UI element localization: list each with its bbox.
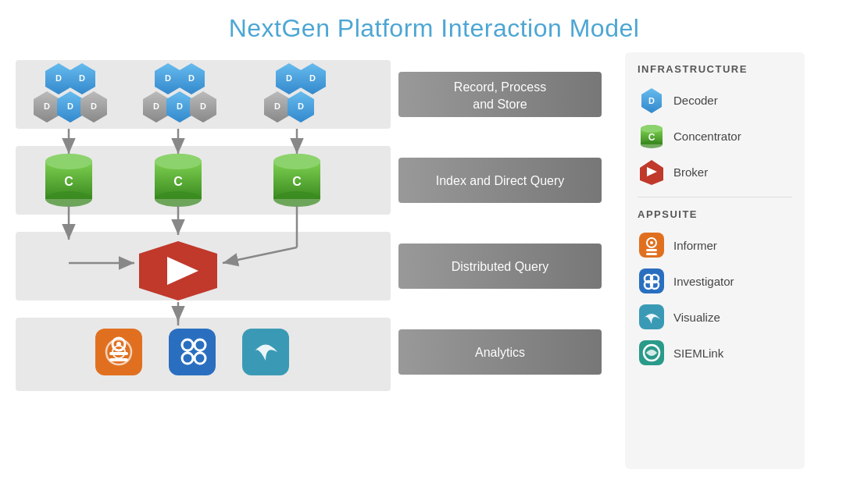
svg-point-59 [650, 241, 653, 244]
concentrator-2: C [155, 154, 202, 207]
investigator-icon [169, 329, 216, 375]
legend-divider [638, 197, 792, 197]
infrastructure-title: INFRASTRUCTURE [638, 63, 792, 75]
legend-investigator-icon [638, 267, 666, 295]
svg-text:D: D [55, 73, 62, 83]
svg-text:C: C [648, 132, 655, 143]
row2-label: Index and Direct Query [436, 174, 565, 187]
row4-label: Analytics [475, 346, 525, 359]
legend-item-investigator: Investigator [638, 267, 792, 295]
concentrator-1: C [45, 154, 92, 207]
svg-text:D: D [188, 73, 195, 83]
legend-visualize-icon [638, 303, 666, 331]
legend-informer-label: Informer [673, 239, 717, 252]
informer-icon [95, 329, 142, 375]
legend-item-decoder: D Decoder [638, 86, 792, 114]
legend-item-broker: Broker [638, 158, 792, 186]
svg-text:D: D [79, 73, 85, 83]
legend-siemlink-label: SIEMLink [673, 347, 723, 360]
legend-item-visualize: Visualize [638, 303, 792, 331]
svg-text:C: C [173, 175, 183, 188]
legend-concentrator-label: Concentrator [673, 130, 741, 143]
legend-item-informer: Informer [638, 231, 792, 259]
legend-broker-icon [638, 158, 666, 186]
legend-concentrator-icon: C [638, 122, 666, 150]
legend-investigator-label: Investigator [673, 275, 734, 288]
diagram-area: Record, Process and Store Index and Dire… [16, 52, 609, 469]
svg-rect-60 [646, 249, 657, 251]
row3-label: Distributed Query [452, 260, 549, 273]
row1-label2: and Store [473, 98, 527, 111]
svg-text:C: C [292, 175, 302, 188]
legend-siemlink-icon [638, 339, 666, 367]
svg-text:D: D [200, 101, 206, 111]
row1-label: Record, Process [454, 80, 546, 94]
svg-text:D: D [648, 96, 655, 105]
legend-decoder-icon: D [638, 86, 666, 114]
svg-text:D: D [165, 73, 171, 83]
broker-icon: B [139, 241, 217, 300]
diagram-svg: Record, Process and Store Index and Dire… [16, 52, 609, 466]
visualize-icon [242, 329, 289, 375]
page-title: NextGen Platform Interaction Model [229, 14, 640, 43]
svg-rect-37 [169, 329, 216, 375]
svg-text:D: D [309, 73, 316, 83]
legend-visualize-label: Visualize [673, 311, 720, 324]
legend-item-siemlink: SIEMLink [638, 339, 792, 367]
svg-point-27 [273, 154, 320, 169]
svg-text:B: B [174, 268, 181, 279]
legend-item-concentrator: C Concentrator [638, 122, 792, 150]
svg-text:D: D [298, 101, 304, 111]
svg-text:D: D [91, 101, 97, 111]
svg-text:D: D [177, 101, 183, 111]
concentrator-3: C [273, 154, 320, 207]
svg-point-21 [155, 191, 202, 207]
legend-informer-icon [638, 231, 666, 259]
svg-text:D: D [286, 73, 292, 83]
svg-text:C: C [64, 175, 73, 188]
svg-point-22 [155, 154, 202, 169]
main-content: Record, Process and Store Index and Dire… [0, 52, 868, 469]
svg-text:D: D [274, 101, 280, 111]
svg-text:D: D [67, 101, 73, 111]
legend-decoder-label: Decoder [673, 94, 718, 107]
svg-point-16 [45, 191, 92, 207]
svg-point-26 [273, 191, 320, 207]
svg-point-17 [45, 154, 92, 169]
svg-text:D: D [153, 101, 159, 111]
svg-rect-61 [646, 253, 657, 255]
legend-panel: INFRASTRUCTURE D Decoder [625, 52, 805, 469]
appsuite-title: APPSUITE [638, 208, 792, 220]
svg-text:D: D [44, 101, 50, 111]
legend-broker-label: Broker [673, 165, 708, 179]
